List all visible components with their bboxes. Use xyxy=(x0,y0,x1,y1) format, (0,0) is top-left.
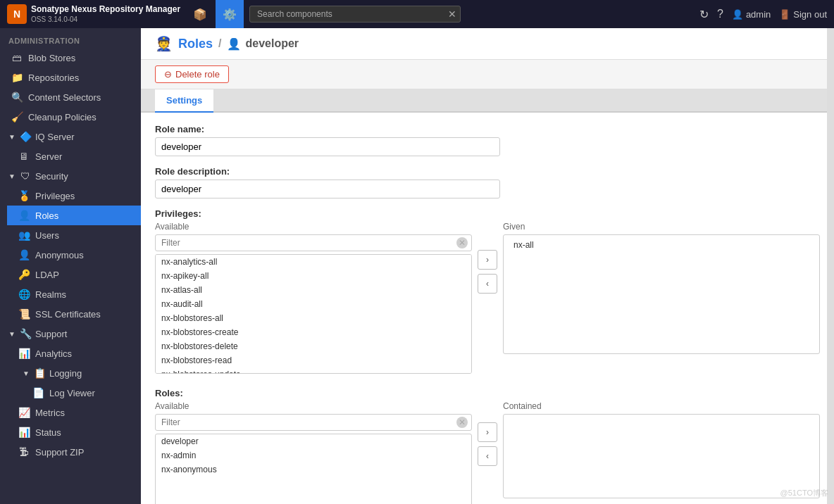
sidebar-item-analytics[interactable]: 📊 Analytics xyxy=(7,344,141,363)
help-icon[interactable]: ? xyxy=(717,8,723,20)
list-item[interactable]: developer xyxy=(156,434,471,448)
security-icon: 🛡 xyxy=(20,170,31,182)
sidebar-item-label: Roles xyxy=(35,210,58,221)
server-icon: 🖥 xyxy=(18,151,30,162)
analytics-icon: 📊 xyxy=(18,348,30,359)
user-menu[interactable]: 👤 admin xyxy=(732,9,771,20)
collapse-arrow-icon: ▼ xyxy=(8,330,15,338)
sidebar-item-status[interactable]: 📊 Status xyxy=(7,422,141,442)
roles-available-box: Available ✕ developer nx-admin nx-anonym… xyxy=(155,401,472,504)
signout-icon: 🚪 xyxy=(779,9,790,20)
search-clear-icon[interactable]: ✕ xyxy=(448,8,456,20)
sidebar-section-label: Administration xyxy=(0,31,141,48)
browse-nav-btn[interactable]: 📦 xyxy=(186,0,214,28)
list-item[interactable]: nx-blobstores-all xyxy=(156,311,471,325)
sidebar-item-ssl-certificates[interactable]: 📜 SSL Certificates xyxy=(7,304,141,324)
form-content: Role name: Role description: Privileges:… xyxy=(141,113,834,504)
sidebar-item-label: Status xyxy=(35,427,61,438)
sidebar-item-label: LDAP xyxy=(35,270,59,280)
delete-role-button[interactable]: ⊖ Delete role xyxy=(155,65,229,83)
roles-filter-box: ✕ xyxy=(155,414,472,431)
breadcrumb: 👮 Roles / 👤 developer xyxy=(155,35,820,52)
privileges-group: Privileges: Available ✕ nx-analytics-all… xyxy=(155,208,820,374)
signout-btn[interactable]: 🚪 Sign out xyxy=(779,9,827,20)
sidebar-item-metrics[interactable]: 📈 Metrics xyxy=(7,403,141,422)
sidebar-item-blob-stores[interactable]: 🗃 Blob Stores xyxy=(0,48,141,68)
right-scrollbar[interactable] xyxy=(827,28,834,504)
sidebar-item-server[interactable]: 🖥 Server xyxy=(7,146,141,166)
list-item[interactable]: nx-admin xyxy=(156,448,471,462)
privileges-given-list: nx-all xyxy=(503,234,820,354)
breadcrumb-roles-link[interactable]: Roles xyxy=(178,37,213,51)
sidebar-item-log-viewer[interactable]: 📄 Log Viewer xyxy=(21,383,141,403)
roles-group: Roles: Available ✕ developer nx-admin xyxy=(155,388,820,504)
metrics-icon: 📈 xyxy=(18,407,30,418)
admin-nav-btn[interactable]: ⚙️ xyxy=(216,0,244,28)
delete-role-label: Delete role xyxy=(175,69,220,80)
sidebar-item-cleanup-policies[interactable]: 🧹 Cleanup Policies xyxy=(0,107,141,127)
sidebar-group-label: Support xyxy=(35,329,68,339)
sidebar-group-logging[interactable]: ▼ 📋 Logging xyxy=(7,363,141,383)
privileges-filter-clear-icon[interactable]: ✕ xyxy=(456,237,468,248)
sidebar-item-realms[interactable]: 🌐 Realms xyxy=(7,284,141,304)
list-item[interactable]: nx-audit-all xyxy=(156,297,471,311)
list-item[interactable]: nx-blobstores-update xyxy=(156,367,471,374)
refresh-icon[interactable]: ↻ xyxy=(699,8,709,21)
list-item[interactable]: nx-anonymous xyxy=(156,462,471,477)
sidebar-item-anonymous[interactable]: 👤 Anonymous xyxy=(7,245,141,265)
sidebar-item-label: Metrics xyxy=(35,408,65,418)
role-name-group: Role name: xyxy=(155,124,820,156)
sidebar-group-iq-server[interactable]: ▼ 🔷 IQ Server xyxy=(0,127,141,146)
topbar-right: ↻ ? 👤 admin 🚪 Sign out xyxy=(699,8,827,21)
sidebar-group-security[interactable]: ▼ 🛡 Security xyxy=(0,166,141,186)
sidebar-group-support[interactable]: ▼ 🔧 Support xyxy=(0,324,141,344)
sidebar-item-support-zip[interactable]: 🗜 Support ZIP xyxy=(7,442,141,462)
list-item[interactable]: nx-blobstores-create xyxy=(156,325,471,339)
list-item[interactable]: nx-all xyxy=(508,238,815,252)
list-item[interactable]: nx-blobstores-read xyxy=(156,353,471,367)
iq-server-icon: 🔷 xyxy=(20,131,31,142)
breadcrumb-current-label: developer xyxy=(245,37,299,50)
app-title: Sonatype Nexus Repository Manager OSS 3.… xyxy=(31,4,180,25)
support-zip-icon: 🗜 xyxy=(18,446,30,458)
roles-icon: 👤 xyxy=(18,210,30,221)
privileges-given-box: Given nx-all xyxy=(503,222,820,354)
privileges-move-right-button[interactable]: › xyxy=(478,250,497,270)
privileges-dual-list: Available ✕ nx-analytics-all nx-apikey-a… xyxy=(155,222,820,374)
list-item[interactable]: nx-blobstores-delete xyxy=(156,339,471,353)
roles-filter-input[interactable] xyxy=(155,414,472,431)
sidebar-item-label: Support ZIP xyxy=(35,447,84,458)
sidebar-item-label: Users xyxy=(35,230,59,241)
sidebar-item-ldap[interactable]: 🔑 LDAP xyxy=(7,265,141,284)
sidebar-item-users[interactable]: 👥 Users xyxy=(7,225,141,245)
privileges-filter-input[interactable] xyxy=(155,234,472,251)
list-item[interactable]: nx-analytics-all xyxy=(156,255,471,269)
support-icon: 🔧 xyxy=(20,328,31,339)
roles-move-left-button[interactable]: ‹ xyxy=(478,446,497,466)
search-input[interactable] xyxy=(249,6,461,23)
realms-icon: 🌐 xyxy=(18,289,30,300)
list-item[interactable]: nx-apikey-all xyxy=(156,269,471,283)
sidebar-item-label: Repositories xyxy=(28,73,79,83)
role-name-label: Role name: xyxy=(155,124,820,134)
sidebar-item-label: Anonymous xyxy=(35,250,84,260)
sidebar-item-roles[interactable]: 👤 Roles xyxy=(7,206,141,225)
content-area: 👮 Roles / 👤 developer ⊖ Delete role xyxy=(141,28,834,504)
sidebar-item-label: Cleanup Policies xyxy=(28,112,97,122)
topbar: N Sonatype Nexus Repository Manager OSS … xyxy=(0,0,834,28)
repositories-icon: 📁 xyxy=(11,72,23,83)
sidebar-item-privileges[interactable]: 🏅 Privileges xyxy=(7,186,141,206)
list-item[interactable]: nx-atlas-all xyxy=(156,283,471,297)
user-icon: 👤 xyxy=(732,9,743,20)
sidebar-item-content-selectors[interactable]: 🔍 Content Selectors xyxy=(0,87,141,107)
role-description-input[interactable] xyxy=(155,179,500,199)
tab-settings[interactable]: Settings xyxy=(155,89,213,113)
topbar-nav: 📦 ⚙️ xyxy=(186,0,244,28)
sidebar-group-label: Security xyxy=(35,171,68,182)
roles-section-label: Roles: xyxy=(155,388,820,398)
role-name-input[interactable] xyxy=(155,137,500,156)
privileges-move-left-button[interactable]: ‹ xyxy=(478,274,497,294)
sidebar-item-repositories[interactable]: 📁 Repositories xyxy=(0,68,141,87)
roles-filter-clear-icon[interactable]: ✕ xyxy=(456,417,468,428)
roles-move-right-button[interactable]: › xyxy=(478,422,497,442)
